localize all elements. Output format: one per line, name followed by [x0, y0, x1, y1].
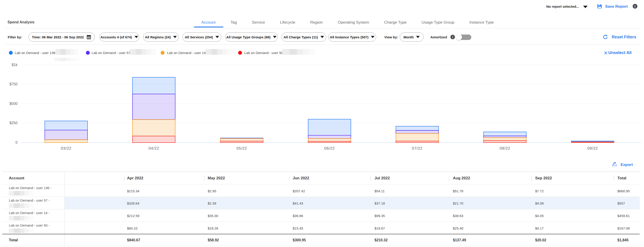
- svg-text:$500: $500: [9, 102, 18, 106]
- svg-text:08/22: 08/22: [500, 146, 510, 151]
- svg-text:04/22: 04/22: [148, 146, 159, 151]
- svg-text:09/22: 09/22: [588, 146, 598, 151]
- svg-text:07/22: 07/22: [412, 146, 423, 151]
- svg-text:05/22: 05/22: [236, 146, 247, 151]
- svg-text:06/22: 06/22: [324, 146, 335, 151]
- svg-text:0: 0: [16, 141, 18, 144]
- svg-text:$1k: $1k: [12, 63, 18, 67]
- svg-text:03/22: 03/22: [61, 146, 72, 151]
- svg-text:$750: $750: [9, 82, 18, 86]
- svg-text:$250: $250: [9, 121, 18, 125]
